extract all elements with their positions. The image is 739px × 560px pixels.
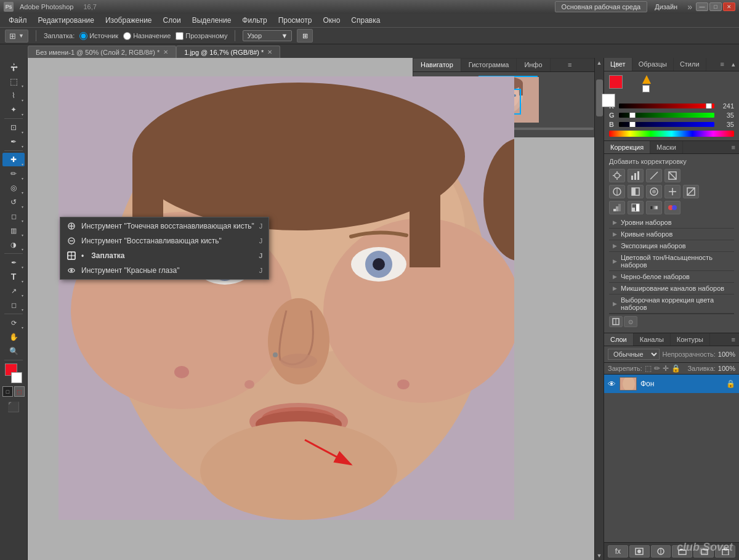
adj-item-6[interactable]: ▶ Выборочная коррекция цвета наборов <box>609 294 734 314</box>
tab-unnamed-close-icon[interactable]: ✕ <box>163 49 168 55</box>
pen-tool-btn[interactable]: ✒ ▾ <box>2 256 25 269</box>
b-channel-thumb[interactable] <box>629 122 636 127</box>
path-select-tool-btn[interactable]: ↗ ▾ <box>2 284 25 298</box>
heal-tool-btn[interactable]: ✚ ▾ <box>2 153 25 166</box>
bw-icon-btn[interactable] <box>628 185 644 198</box>
tab-correction[interactable]: Коррекция <box>604 141 650 153</box>
workspace-button[interactable]: Основная рабочая среда <box>555 1 648 12</box>
popup-item-redeye[interactable]: Инструмент "Красные глаза" J <box>60 263 269 278</box>
menu-window[interactable]: Окно <box>318 15 345 26</box>
hand-tool-btn[interactable]: ✋ <box>2 330 25 344</box>
tab-navigator[interactable]: Навигатор <box>413 59 461 71</box>
menu-help[interactable]: Справка <box>346 15 385 26</box>
tab-masks[interactable]: Маски <box>650 141 683 153</box>
popup-item-heal[interactable]: Инструмент "Восстанавливающая кисть" J <box>60 233 269 248</box>
adj-item-5[interactable]: ▶ Микширование каналов наборов <box>609 283 734 294</box>
standard-mode-btn[interactable]: □ <box>2 386 13 397</box>
tab-swatches[interactable]: Образцы <box>632 58 674 71</box>
spectrum-bar[interactable] <box>609 131 734 137</box>
adj-item-2[interactable]: ▶ Экспозиция наборов <box>609 240 734 252</box>
tab-1jpg-close-icon[interactable]: ✕ <box>267 49 272 55</box>
popup-item-patch[interactable]: • Заплатка J <box>60 248 269 263</box>
dest-radio-input[interactable] <box>123 32 131 40</box>
more-workspaces-icon[interactable]: » <box>687 2 692 12</box>
dodge-tool-btn[interactable]: ◑ ▾ <box>2 238 25 251</box>
bg-color-box[interactable] <box>11 372 22 383</box>
crop-tool-btn[interactable]: ⊡ ▾ <box>2 121 25 134</box>
layer-group-btn[interactable] <box>672 545 692 558</box>
lock-position-icon[interactable]: ✛ <box>663 364 669 373</box>
layer-adj-btn[interactable] <box>651 545 671 558</box>
tab-1jpg[interactable]: 1.jpg @ 16,7% (RGB/8#) * ✕ <box>176 46 280 58</box>
invert-icon-btn[interactable] <box>683 185 699 198</box>
layer-visibility-icon[interactable]: 👁 <box>608 379 616 389</box>
selective-color-icon-btn[interactable] <box>664 201 680 214</box>
marquee-tool-btn[interactable]: ⬚ ▾ <box>2 75 25 88</box>
brightness-icon-btn[interactable] <box>609 169 625 182</box>
3d-tool-btn[interactable]: ⟳ ▾ <box>2 316 25 330</box>
color-panel-menu-icon[interactable]: ≡ <box>717 58 728 71</box>
background-color[interactable] <box>602 94 615 107</box>
adj-item-0[interactable]: ▶ Уровни наборов <box>609 217 734 229</box>
shape-tool-btn[interactable]: ◻ ▾ <box>2 298 25 312</box>
pattern-dropdown[interactable]: Узор ▼ <box>243 30 292 41</box>
b-channel-bar[interactable] <box>619 122 714 127</box>
gradient-tool-btn[interactable]: ▥ ▾ <box>2 224 25 237</box>
menu-select[interactable]: Выделение <box>187 15 236 26</box>
scroll-up-btn[interactable]: ▲ <box>595 58 604 67</box>
corr-panel-menu-icon[interactable]: ≡ <box>728 141 739 153</box>
g-channel-bar[interactable] <box>619 113 714 118</box>
popup-item-spot-heal[interactable]: Инструмент "Точечная восстанавливающая к… <box>60 219 269 233</box>
transparent-radio[interactable]: Прозрачному <box>176 32 227 40</box>
r-channel-thumb[interactable] <box>706 103 712 108</box>
tab-color[interactable]: Цвет <box>604 58 632 71</box>
gradient-map-icon-btn[interactable] <box>646 201 662 214</box>
text-tool-btn[interactable]: T ▾ <box>2 270 25 283</box>
workspace2-button[interactable]: Дизайн <box>648 2 684 12</box>
levels-icon-btn[interactable] <box>628 169 644 182</box>
tab-channels[interactable]: Каналы <box>634 333 671 346</box>
adj-item-1[interactable]: ▶ Кривые наборов <box>609 229 734 240</box>
scroll-down-btn[interactable]: ▼ <box>595 551 604 560</box>
adj-item-3[interactable]: ▶ Цветовой тон/Насыщенность наборов <box>609 252 734 271</box>
eyedropper-tool-btn[interactable]: ✒ ▾ <box>2 135 25 148</box>
lock-pixels-icon[interactable]: ⬚ <box>645 364 652 373</box>
diffusion-icon-btn[interactable]: ⊞ <box>297 29 313 43</box>
layer-new-btn[interactable] <box>693 545 714 558</box>
menu-filter[interactable]: Фильтр <box>237 15 272 26</box>
minimize-button[interactable]: — <box>696 2 708 11</box>
curves-icon-btn[interactable] <box>646 169 662 182</box>
exposure-icon-btn[interactable] <box>664 169 680 182</box>
close-button[interactable]: ✕ <box>723 2 735 11</box>
layer-delete-btn[interactable] <box>715 545 735 558</box>
layer-style-btn[interactable]: fx <box>608 545 628 558</box>
color-panel-collapse-icon[interactable]: ▴ <box>728 58 739 71</box>
menu-file[interactable]: Файл <box>4 15 32 26</box>
hsl-icon-btn[interactable] <box>609 185 625 198</box>
menu-edit[interactable]: Редактирование <box>33 15 99 26</box>
blend-mode-select[interactable]: Обычные <box>608 349 660 360</box>
foreground-color[interactable] <box>609 75 623 89</box>
lock-all-icon[interactable]: 🔒 <box>671 364 680 373</box>
channel-mix-icon-btn[interactable] <box>664 185 680 198</box>
menu-view[interactable]: Просмотр <box>273 15 317 26</box>
threshold-icon-btn[interactable] <box>628 201 644 214</box>
layers-panel-menu-icon[interactable]: ≡ <box>728 333 739 346</box>
zoom-tool-btn[interactable]: 🔍 <box>2 344 25 358</box>
quick-mask-btn[interactable]: ⬚ <box>14 386 25 397</box>
adj-bottom-icon1[interactable] <box>609 316 623 327</box>
eraser-tool-btn[interactable]: ◻ ▾ <box>2 209 25 223</box>
screen-mode-btn[interactable]: ⬛ <box>7 401 20 413</box>
transparent-checkbox[interactable] <box>176 32 184 40</box>
r-channel-bar[interactable] <box>619 103 714 108</box>
posterize-icon-btn[interactable] <box>609 201 625 214</box>
tab-paths[interactable]: Контуры <box>671 333 710 346</box>
adj-item-4[interactable]: ▶ Черно-белое наборов <box>609 271 734 283</box>
layer-mask-btn[interactable] <box>629 545 650 558</box>
source-radio[interactable]: Источник <box>79 32 118 40</box>
dest-radio[interactable]: Назначение <box>123 32 171 40</box>
menu-image[interactable]: Изображение <box>100 15 157 26</box>
clone-tool-btn[interactable]: ◎ ▾ <box>2 181 25 195</box>
tab-histogram[interactable]: Гистограмма <box>461 59 517 71</box>
tab-info[interactable]: Инфо <box>517 59 550 71</box>
